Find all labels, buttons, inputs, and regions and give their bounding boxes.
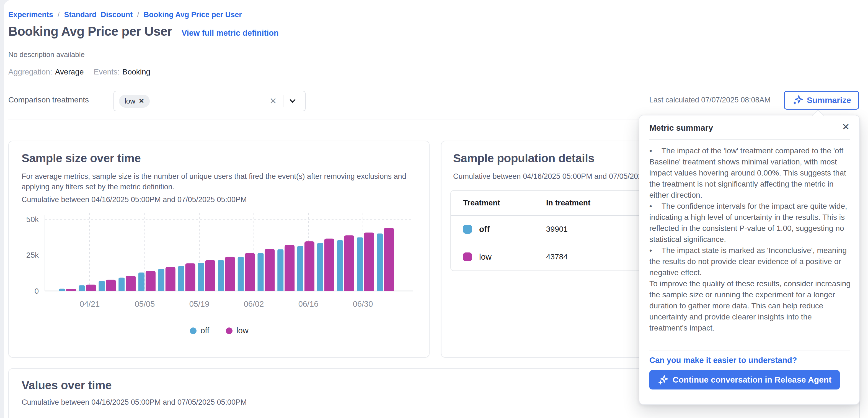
bar-off — [138, 272, 145, 291]
sample-size-card: Sample size over time For average metric… — [8, 141, 430, 358]
bar-off — [297, 246, 303, 291]
bar-low — [284, 245, 294, 291]
bar-off — [158, 269, 164, 291]
summary-bullet: •The confidence intervals for the impact… — [649, 201, 851, 245]
bar-low — [225, 257, 235, 291]
metric-summary-popover: Metric summary ✕ •The impact of the 'low… — [639, 115, 860, 405]
svg-text:06/30: 06/30 — [353, 300, 373, 308]
in-treatment-value: 43784 — [546, 252, 646, 261]
bar-low — [146, 271, 156, 291]
breadcrumb: Experiments/Standard_Discount/Booking Av… — [8, 10, 242, 19]
close-icon[interactable]: ✕ — [842, 122, 850, 131]
events-value: Booking — [122, 67, 150, 76]
bar-low — [364, 233, 374, 291]
bar-low — [265, 249, 275, 291]
bar-low — [324, 239, 334, 291]
svg-text:06/02: 06/02 — [244, 300, 264, 308]
in-treatment-value: 39901 — [546, 225, 646, 234]
bar-off — [317, 243, 323, 291]
sample-size-chart: 025k50k04/2105/0505/1906/0206/1606/30 — [9, 209, 430, 326]
summary-closing: To improve the quality of these results,… — [649, 278, 851, 334]
legend-item-off[interactable]: off — [190, 326, 209, 335]
comparison-treatments-label: Comparison treatments — [8, 95, 89, 104]
card-description: For average metrics, sample size is the … — [22, 171, 406, 192]
last-calculated-text: Last calculated 07/07/2025 08:08AM — [649, 96, 771, 104]
bar-low — [126, 276, 135, 291]
bar-off — [79, 286, 85, 291]
card-title: Values over time — [22, 379, 112, 392]
treatment-color-swatch — [463, 225, 472, 234]
svg-text:50k: 50k — [26, 215, 39, 224]
bar-off — [377, 234, 383, 291]
legend-item-low[interactable]: low — [226, 326, 249, 335]
card-title: Sample size over time — [22, 152, 141, 165]
bar-low — [165, 267, 176, 291]
popover-divider — [649, 139, 850, 140]
bar-low — [205, 260, 215, 291]
bar-off — [218, 260, 224, 291]
summarize-button-label: Summarize — [807, 95, 851, 105]
summary-text: •The impact of the 'low' treatment compa… — [649, 145, 851, 334]
bar-low — [86, 285, 96, 291]
card-subtitle: Cumulative between 04/16/2025 05:00PM an… — [22, 398, 247, 407]
treatment-chip-low[interactable]: low ✕ — [119, 95, 150, 108]
breadcrumb-link[interactable]: Experiments — [8, 10, 53, 19]
page-title: Booking Avg Price per User — [8, 24, 172, 39]
bar-low — [305, 241, 314, 291]
chevron-down-icon[interactable] — [285, 96, 300, 106]
breadcrumb-link[interactable]: Booking Avg Price per User — [144, 10, 242, 19]
treatment-color-swatch — [463, 252, 472, 261]
svg-text:04/21: 04/21 — [80, 300, 100, 308]
bar-low — [185, 263, 195, 291]
followup-question-link[interactable]: Can you make it easier to understand? — [649, 356, 797, 365]
legend-dot — [190, 327, 196, 334]
bar-off — [357, 238, 363, 291]
view-metric-definition-link[interactable]: View full metric definition — [182, 29, 279, 38]
chip-remove-icon[interactable]: ✕ — [139, 97, 144, 105]
bar-off — [178, 266, 184, 291]
legend-label: off — [200, 326, 209, 335]
treatment-chip-label: low — [125, 97, 135, 106]
treatment-name: low — [479, 252, 492, 262]
summarize-button[interactable]: Summarize — [784, 91, 859, 110]
bar-off — [119, 278, 125, 291]
card-title: Sample population details — [453, 152, 594, 165]
bar-low — [344, 235, 354, 291]
summary-bullet: •The impact of the 'low' treatment compa… — [649, 145, 851, 201]
comparison-treatments-input[interactable]: low ✕ ✕ — [114, 91, 306, 111]
svg-text:25k: 25k — [26, 251, 39, 259]
treatment-name: off — [479, 225, 490, 234]
clear-selection-icon[interactable]: ✕ — [265, 96, 281, 106]
breadcrumb-separator: / — [58, 10, 60, 19]
bar-off — [258, 253, 264, 291]
svg-text:0: 0 — [34, 287, 39, 295]
popover-divider — [649, 350, 850, 351]
continue-conversation-button[interactable]: Continue conversation in Release Agent — [649, 370, 840, 389]
bar-off — [238, 257, 244, 291]
breadcrumb-link[interactable]: Standard_Discount — [64, 10, 133, 19]
card-subtitle: Cumulative between 04/16/2025 05:00PM an… — [22, 196, 247, 204]
legend-dot — [226, 327, 232, 334]
svg-text:06/16: 06/16 — [299, 300, 318, 308]
bar-off — [277, 249, 283, 291]
summary-bullet: •The impact state is marked as 'Inconclu… — [649, 245, 851, 278]
bar-low — [106, 279, 116, 291]
breadcrumb-separator: / — [137, 10, 139, 19]
svg-text:05/05: 05/05 — [135, 300, 155, 308]
metric-meta-row: Aggregation:Average Events:Booking — [8, 67, 150, 77]
svg-text:05/19: 05/19 — [189, 300, 210, 308]
column-header: In treatment — [546, 199, 646, 207]
popover-title: Metric summary — [649, 123, 713, 132]
events-label: Events: — [94, 67, 120, 76]
bar-off — [99, 281, 105, 291]
continue-conversation-label: Continue conversation in Release Agent — [673, 375, 832, 385]
sparkle-icon — [792, 95, 803, 106]
aggregation-value: Average — [55, 67, 84, 76]
bar-low — [245, 253, 255, 291]
legend-label: low — [237, 326, 249, 335]
bar-low — [66, 289, 76, 291]
bar-off — [337, 240, 343, 291]
bar-low — [384, 228, 394, 291]
bar-off — [198, 263, 204, 291]
chart-legend: offlow — [9, 326, 430, 335]
